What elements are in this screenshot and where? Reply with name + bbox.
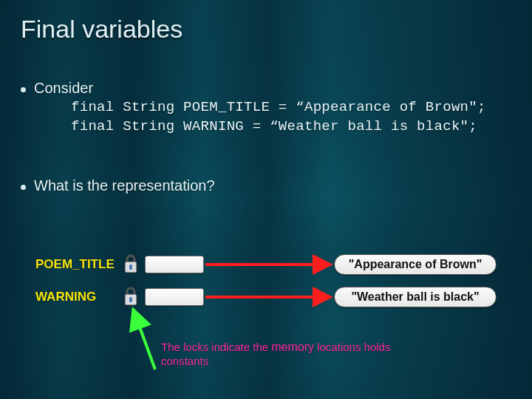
caption-emphasis: memory <box>271 341 314 353</box>
arrow-green-icon <box>133 309 155 369</box>
diagram-arrows <box>0 0 532 399</box>
caption-segment: The locks indicate the <box>161 341 271 353</box>
diagram-caption: The locks indicate the memory locations … <box>161 340 434 369</box>
